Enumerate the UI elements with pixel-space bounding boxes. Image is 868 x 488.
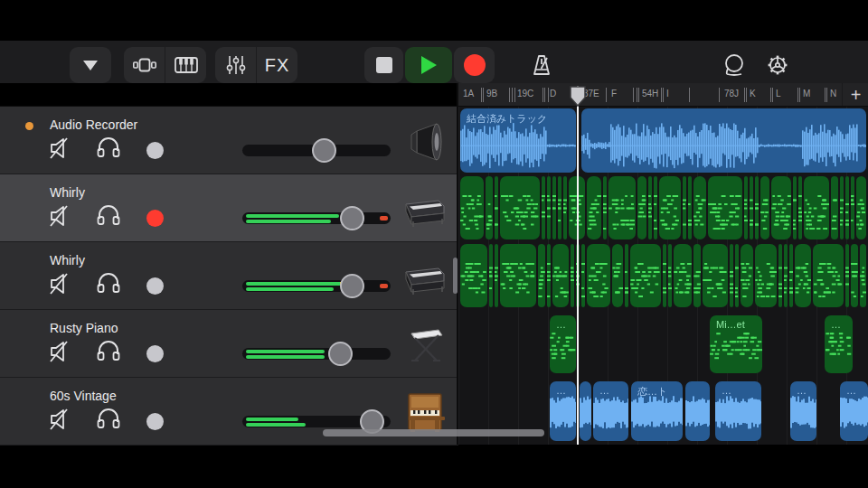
mute-button[interactable]: [48, 204, 77, 228]
track-controls-button[interactable]: [215, 47, 256, 83]
midi-region[interactable]: [674, 244, 692, 307]
mute-button[interactable]: [48, 136, 77, 160]
midi-region[interactable]: …: [825, 315, 853, 373]
vertical-scrollbar[interactable]: [453, 258, 458, 294]
midi-region[interactable]: …: [550, 315, 576, 373]
track-header-whirly[interactable]: Whirly: [0, 174, 458, 242]
midi-region[interactable]: [609, 176, 636, 239]
midi-region[interactable]: [547, 244, 551, 307]
midi-region[interactable]: [552, 176, 556, 239]
record-enable-button[interactable]: [146, 413, 164, 430]
midi-region[interactable]: [552, 244, 569, 307]
midi-region[interactable]: [630, 244, 661, 307]
midi-region[interactable]: [683, 176, 686, 239]
upright-piano-icon[interactable]: [401, 391, 449, 435]
playhead-handle[interactable]: [569, 86, 587, 111]
midi-region[interactable]: [654, 176, 657, 239]
midi-region[interactable]: [500, 244, 536, 307]
keyboard-stand-icon[interactable]: [401, 324, 449, 367]
midi-region[interactable]: [708, 176, 742, 239]
play-button[interactable]: [405, 47, 452, 83]
midi-region[interactable]: [538, 244, 545, 307]
midi-region[interactable]: [860, 244, 866, 307]
volume-knob[interactable]: [328, 342, 353, 366]
midi-region[interactable]: [741, 244, 753, 307]
midi-region[interactable]: [845, 244, 849, 307]
monitor-headphones-button[interactable]: [95, 340, 122, 361]
midi-region[interactable]: [563, 176, 567, 239]
audio-region[interactable]: [581, 108, 866, 173]
record-enable-button[interactable]: [146, 142, 164, 159]
loop-browser-button[interactable]: [721, 47, 748, 83]
record-enable-button[interactable]: [146, 210, 164, 227]
tracks-view-button[interactable]: [124, 47, 165, 83]
audio-loop-region[interactable]: …: [550, 381, 576, 441]
track-header-whirly[interactable]: Whirly: [0, 242, 458, 310]
midi-region[interactable]: [693, 176, 706, 239]
horizontal-scrollbar[interactable]: [323, 429, 544, 436]
audio-region[interactable]: 結合済みトラック: [460, 108, 576, 173]
song-navigation-button[interactable]: [70, 47, 111, 83]
volume-slider[interactable]: [242, 348, 391, 360]
midi-region[interactable]: [813, 244, 844, 307]
midi-region[interactable]: [784, 244, 788, 307]
track-header-audio-recorder[interactable]: Audio Recorder: [0, 107, 458, 174]
audio-loop-region[interactable]: …: [593, 381, 628, 441]
timeline-row-1[interactable]: [458, 174, 868, 241]
volume-slider[interactable]: [242, 212, 391, 224]
audio-loop-region[interactable]: …: [840, 381, 868, 441]
midi-region[interactable]: [798, 176, 802, 239]
midi-region[interactable]: [795, 244, 811, 307]
add-section-button[interactable]: +: [842, 83, 868, 107]
monitor-headphones-button[interactable]: [95, 408, 122, 429]
midi-region[interactable]: [744, 176, 748, 239]
record-enable-button[interactable]: [146, 277, 164, 295]
fx-button[interactable]: FX: [256, 47, 297, 83]
record-enable-button[interactable]: [146, 345, 164, 362]
midi-region[interactable]: [750, 176, 753, 239]
midi-region[interactable]: [688, 176, 692, 239]
midi-region[interactable]: [625, 244, 628, 307]
midi-region[interactable]: [771, 176, 791, 239]
midi-region[interactable]: [840, 176, 844, 239]
timeline-row-3[interactable]: …Mi…et…: [458, 310, 868, 377]
stop-button[interactable]: [364, 47, 403, 83]
midi-region[interactable]: [760, 176, 769, 239]
bar-ruler[interactable]: 1A9B19CD37EF54HI78JKLMN: [458, 83, 868, 107]
volume-slider[interactable]: [242, 145, 391, 156]
midi-region[interactable]: [460, 176, 484, 239]
midi-region[interactable]: [648, 176, 652, 239]
monitor-headphones-button[interactable]: [95, 204, 122, 226]
volume-knob[interactable]: [340, 206, 364, 230]
midi-region[interactable]: [486, 176, 493, 239]
midi-region[interactable]: [755, 176, 759, 239]
midi-region[interactable]: [587, 244, 610, 307]
midi-region[interactable]: [755, 244, 777, 307]
midi-region[interactable]: [693, 244, 701, 307]
volume-slider[interactable]: [242, 416, 391, 427]
midi-region[interactable]: [845, 176, 849, 239]
midi-region[interactable]: [735, 244, 739, 307]
midi-region[interactable]: [612, 244, 623, 307]
timeline-area[interactable]: 結合済みトラック…Mi…et………恋…ト………: [458, 107, 868, 445]
midi-region[interactable]: [703, 244, 728, 307]
midi-region[interactable]: [495, 244, 498, 307]
midi-region[interactable]: [793, 176, 797, 239]
mute-button[interactable]: [48, 340, 77, 363]
midi-region[interactable]: [495, 176, 498, 239]
mute-button[interactable]: [48, 408, 77, 431]
volume-slider[interactable]: [242, 280, 391, 292]
midi-region[interactable]: [558, 176, 561, 239]
midi-region[interactable]: [460, 244, 487, 307]
midi-region[interactable]: Mi…et: [710, 315, 762, 373]
midi-region[interactable]: [489, 244, 493, 307]
audio-loop-region[interactable]: 恋…ト: [631, 381, 683, 441]
mute-button[interactable]: [48, 272, 77, 296]
midi-region[interactable]: [571, 244, 574, 307]
volume-knob[interactable]: [340, 274, 364, 298]
monitor-headphones-button[interactable]: [95, 136, 122, 158]
midi-region[interactable]: [547, 176, 551, 239]
audio-loop-region[interactable]: …: [715, 381, 761, 441]
midi-region[interactable]: [778, 244, 782, 307]
midi-region[interactable]: [856, 176, 866, 239]
